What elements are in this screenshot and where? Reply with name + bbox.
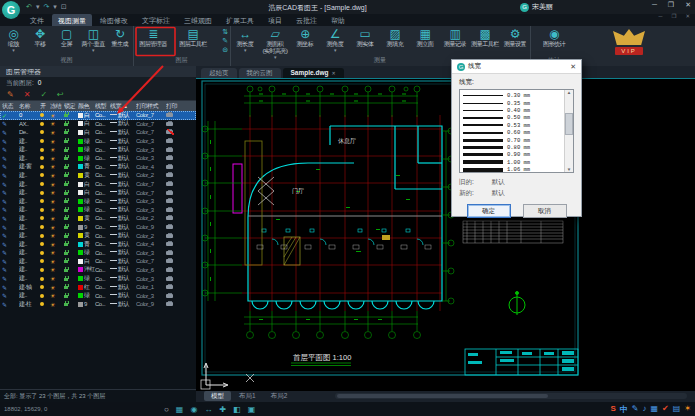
freeze-icon[interactable]: ☀ — [50, 241, 64, 248]
freeze-icon[interactable]: ☀ — [50, 155, 64, 162]
layer-on-cell[interactable] — [40, 267, 50, 273]
layer-row[interactable]: ✎ 建.. ☀ 绿 Co... 默认 Color_3 — [0, 291, 196, 300]
layer-on-cell[interactable] — [40, 241, 50, 247]
quick-access-icon[interactable]: ↷ — [43, 2, 49, 11]
layer-linetype[interactable]: Co... — [95, 233, 110, 239]
layer-row[interactable]: ✎ 建.. ☀ 青 Co... 默认 Color_4 — [0, 240, 196, 249]
layer-print-cell[interactable] — [166, 198, 180, 204]
layer-on-cell[interactable] — [40, 138, 50, 144]
column-header[interactable]: 线宽 ▲ — [110, 101, 136, 111]
layer-on-cell[interactable] — [40, 181, 50, 187]
document-tab[interactable]: 我的云图 — [239, 68, 281, 78]
freeze-icon[interactable]: ☀ — [50, 120, 64, 127]
app-logo[interactable]: G — [2, 1, 20, 19]
dialog-scrollbar-thumb[interactable] — [565, 113, 573, 135]
layer-linetype[interactable]: Co... — [95, 190, 110, 196]
freeze-icon[interactable]: ☀ — [50, 292, 64, 299]
layer-tool-icon[interactable]: ⇅ — [222, 28, 228, 35]
layer-on-cell[interactable] — [40, 258, 50, 264]
ribbon-button[interactable]: ◉ 图形统计 — [530, 27, 578, 48]
ribbon-button[interactable]: ◎ 缩放 ▾ — [0, 27, 27, 53]
layer-row[interactable]: ✎ 建.. ☀ 绿 Co... 默认 Color_3 — [0, 274, 196, 283]
ime-icon[interactable]: ✎ — [632, 404, 639, 415]
layer-row[interactable]: ✎ 建.. ☀ 9 Co... 默认 Color_9 — [0, 223, 196, 232]
layer-color-cell[interactable]: 9 — [78, 301, 95, 307]
ribbon-button[interactable]: ⚙ 测量设置 — [500, 27, 530, 48]
layer-color-cell[interactable]: 9 — [78, 224, 95, 230]
freeze-icon[interactable]: ☀ — [50, 266, 64, 273]
layer-row[interactable]: ✎ 建.. ☀ 绿 Co... 默认 Color_3 — [0, 154, 196, 163]
layer-toolbar-icon[interactable]: ✓ — [40, 90, 47, 99]
menu-tab[interactable]: 扩展工具 — [220, 14, 260, 26]
layer-on-cell[interactable] — [40, 224, 50, 230]
layout-tab[interactable]: 模型 — [204, 391, 231, 401]
lock-cell[interactable] — [64, 138, 78, 144]
doc-close-icon[interactable]: ✕ — [685, 13, 690, 19]
freeze-icon[interactable]: ☀ — [50, 284, 64, 291]
column-header[interactable]: 锁定 — [64, 101, 78, 111]
lock-cell[interactable] — [64, 147, 78, 153]
menu-tab[interactable]: 绘图修改 — [94, 14, 134, 26]
layer-print-cell[interactable] — [166, 121, 180, 127]
ime-icon[interactable]: ▦ — [650, 404, 658, 415]
layer-linetype[interactable]: Co... — [95, 293, 110, 299]
lock-cell[interactable] — [64, 258, 78, 264]
layer-print-cell[interactable] — [166, 164, 180, 170]
lock-cell[interactable] — [64, 215, 78, 221]
layer-row[interactable]: ✎ 建-轴 ☀ 红 Co... 默认 Color_1 — [0, 283, 196, 292]
lock-cell[interactable] — [64, 121, 78, 127]
layer-linetype[interactable]: Co... — [95, 267, 110, 273]
layer-linetype[interactable]: Co... — [95, 164, 110, 170]
layer-linetype[interactable]: Co... — [95, 138, 110, 144]
layer-linetype[interactable]: Co... — [95, 172, 110, 178]
layer-on-cell[interactable] — [40, 284, 50, 290]
layer-linetype[interactable]: Co... — [95, 276, 110, 282]
freeze-icon[interactable]: ☀ — [50, 189, 64, 196]
lineweight-option[interactable]: 0.80 mm — [460, 144, 573, 151]
quick-access-icon[interactable]: ⊡ — [61, 2, 67, 11]
layer-row[interactable]: ✎ 建.. ☀ 白 Co... 默认 Color_7 — [0, 188, 196, 197]
menu-tab[interactable]: 三维观图 — [178, 14, 218, 26]
layer-linetype[interactable]: Co... — [95, 301, 110, 307]
layer-color-cell[interactable]: 黄 — [78, 214, 95, 223]
menu-tab[interactable]: 视图测量 — [52, 14, 92, 26]
layer-linetype[interactable]: Co... — [95, 258, 110, 264]
status-toggle-icon[interactable]: ◉ — [190, 405, 197, 414]
freeze-icon[interactable]: ☀ — [50, 172, 64, 179]
lineweight-option[interactable]: 1.06 mm — [460, 166, 573, 173]
layer-on-cell[interactable] — [40, 233, 50, 239]
lock-cell[interactable] — [64, 284, 78, 290]
layer-print-cell[interactable] — [166, 293, 180, 299]
freeze-icon[interactable]: ☀ — [50, 138, 64, 145]
freeze-icon[interactable]: ☀ — [50, 112, 64, 119]
lineweight-option[interactable]: 0.50 mm — [460, 114, 573, 121]
layer-print-cell[interactable] — [166, 172, 180, 178]
column-header[interactable]: 状态 — [2, 101, 19, 111]
layer-print-cell[interactable] — [166, 276, 180, 282]
layer-row[interactable]: ✎ 建.. ☀ 黄 Co... 默认 Color_2 — [0, 171, 196, 180]
layer-linetype[interactable]: Co... — [95, 284, 110, 290]
layer-print-cell[interactable] — [166, 129, 180, 135]
freeze-icon[interactable]: ☀ — [50, 215, 64, 222]
layer-on-cell[interactable] — [40, 172, 50, 178]
column-header[interactable]: 打印 — [166, 101, 180, 111]
layer-row[interactable]: ✎ 建.. ☀ 洋红 Co... 默认 Color_6 — [0, 266, 196, 275]
freeze-icon[interactable]: ☀ — [50, 129, 64, 136]
layer-print-cell[interactable] — [166, 155, 180, 161]
layer-print-cell[interactable] — [166, 301, 180, 307]
layer-toolbar-icon[interactable]: ✎ — [7, 90, 14, 99]
layout-tab[interactable]: 布局2 — [264, 391, 295, 401]
lineweight-option[interactable]: 0.40 mm — [460, 107, 573, 114]
layer-linetype[interactable]: Co... — [95, 241, 110, 247]
lock-cell[interactable] — [64, 207, 78, 213]
layer-on-cell[interactable] — [40, 207, 50, 213]
layer-row[interactable]: ✎ 建.. ☀ 绿 Co... 默认 Color_3 — [0, 249, 196, 258]
layer-row[interactable]: ✎ 建-窗 ☀ 青 Co... 默认 Color_4 — [0, 163, 196, 172]
doc-restore-icon[interactable]: ❐ — [671, 13, 676, 19]
menu-tab[interactable]: 项目 — [262, 14, 288, 26]
menu-tab[interactable]: 云批注 — [290, 14, 323, 26]
quick-access-icon[interactable]: ↶ — [26, 2, 32, 11]
lock-cell[interactable] — [64, 224, 78, 230]
layer-row[interactable]: ✎ 建.. ☀ 绿 Co... 默认 Color_3 — [0, 197, 196, 206]
layer-on-cell[interactable] — [40, 276, 50, 282]
